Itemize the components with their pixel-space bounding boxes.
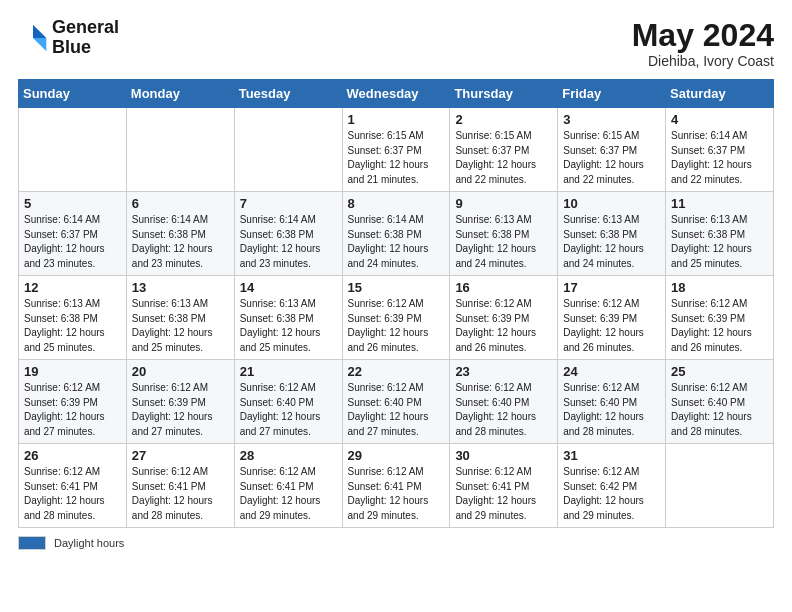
calendar-cell: 9Sunrise: 6:13 AM Sunset: 6:38 PM Daylig…	[450, 192, 558, 276]
day-info: Sunrise: 6:12 AM Sunset: 6:41 PM Dayligh…	[455, 465, 552, 523]
day-number: 27	[132, 448, 229, 463]
calendar-cell: 7Sunrise: 6:14 AM Sunset: 6:38 PM Daylig…	[234, 192, 342, 276]
calendar-week-3: 12Sunrise: 6:13 AM Sunset: 6:38 PM Dayli…	[19, 276, 774, 360]
day-number: 2	[455, 112, 552, 127]
day-info: Sunrise: 6:12 AM Sunset: 6:42 PM Dayligh…	[563, 465, 660, 523]
day-info: Sunrise: 6:12 AM Sunset: 6:39 PM Dayligh…	[563, 297, 660, 355]
day-info: Sunrise: 6:12 AM Sunset: 6:41 PM Dayligh…	[24, 465, 121, 523]
day-number: 15	[348, 280, 445, 295]
logo-line1: General	[52, 18, 119, 38]
day-number: 6	[132, 196, 229, 211]
day-number: 5	[24, 196, 121, 211]
day-number: 11	[671, 196, 768, 211]
day-info: Sunrise: 6:12 AM Sunset: 6:40 PM Dayligh…	[240, 381, 337, 439]
calendar-cell: 27Sunrise: 6:12 AM Sunset: 6:41 PM Dayli…	[126, 444, 234, 528]
day-info: Sunrise: 6:12 AM Sunset: 6:40 PM Dayligh…	[348, 381, 445, 439]
calendar-cell: 16Sunrise: 6:12 AM Sunset: 6:39 PM Dayli…	[450, 276, 558, 360]
weekday-monday: Monday	[126, 80, 234, 108]
svg-marker-0	[33, 24, 46, 37]
weekday-thursday: Thursday	[450, 80, 558, 108]
page: General Blue May 2024 Diehiba, Ivory Coa…	[0, 0, 792, 612]
day-number: 10	[563, 196, 660, 211]
calendar-cell: 4Sunrise: 6:14 AM Sunset: 6:37 PM Daylig…	[666, 108, 774, 192]
day-number: 22	[348, 364, 445, 379]
day-number: 19	[24, 364, 121, 379]
calendar-table: SundayMondayTuesdayWednesdayThursdayFrid…	[18, 79, 774, 528]
day-number: 24	[563, 364, 660, 379]
day-info: Sunrise: 6:14 AM Sunset: 6:37 PM Dayligh…	[671, 129, 768, 187]
day-info: Sunrise: 6:12 AM Sunset: 6:41 PM Dayligh…	[132, 465, 229, 523]
calendar-cell: 22Sunrise: 6:12 AM Sunset: 6:40 PM Dayli…	[342, 360, 450, 444]
calendar-cell: 23Sunrise: 6:12 AM Sunset: 6:40 PM Dayli…	[450, 360, 558, 444]
day-info: Sunrise: 6:13 AM Sunset: 6:38 PM Dayligh…	[240, 297, 337, 355]
calendar-cell: 21Sunrise: 6:12 AM Sunset: 6:40 PM Dayli…	[234, 360, 342, 444]
calendar-cell	[666, 444, 774, 528]
day-number: 25	[671, 364, 768, 379]
day-info: Sunrise: 6:12 AM Sunset: 6:39 PM Dayligh…	[348, 297, 445, 355]
logo: General Blue	[18, 18, 119, 58]
calendar-cell: 19Sunrise: 6:12 AM Sunset: 6:39 PM Dayli…	[19, 360, 127, 444]
day-number: 21	[240, 364, 337, 379]
day-number: 31	[563, 448, 660, 463]
day-info: Sunrise: 6:13 AM Sunset: 6:38 PM Dayligh…	[563, 213, 660, 271]
calendar-cell: 20Sunrise: 6:12 AM Sunset: 6:39 PM Dayli…	[126, 360, 234, 444]
day-number: 3	[563, 112, 660, 127]
logo-text: General Blue	[52, 18, 119, 58]
day-number: 8	[348, 196, 445, 211]
calendar-cell: 8Sunrise: 6:14 AM Sunset: 6:38 PM Daylig…	[342, 192, 450, 276]
weekday-header-row: SundayMondayTuesdayWednesdayThursdayFrid…	[19, 80, 774, 108]
title-block: May 2024 Diehiba, Ivory Coast	[632, 18, 774, 69]
calendar-cell: 26Sunrise: 6:12 AM Sunset: 6:41 PM Dayli…	[19, 444, 127, 528]
day-info: Sunrise: 6:15 AM Sunset: 6:37 PM Dayligh…	[348, 129, 445, 187]
calendar-cell: 10Sunrise: 6:13 AM Sunset: 6:38 PM Dayli…	[558, 192, 666, 276]
day-info: Sunrise: 6:14 AM Sunset: 6:38 PM Dayligh…	[348, 213, 445, 271]
day-info: Sunrise: 6:12 AM Sunset: 6:39 PM Dayligh…	[455, 297, 552, 355]
calendar-cell: 31Sunrise: 6:12 AM Sunset: 6:42 PM Dayli…	[558, 444, 666, 528]
day-info: Sunrise: 6:13 AM Sunset: 6:38 PM Dayligh…	[455, 213, 552, 271]
day-number: 4	[671, 112, 768, 127]
calendar-cell: 5Sunrise: 6:14 AM Sunset: 6:37 PM Daylig…	[19, 192, 127, 276]
day-number: 18	[671, 280, 768, 295]
weekday-tuesday: Tuesday	[234, 80, 342, 108]
day-info: Sunrise: 6:13 AM Sunset: 6:38 PM Dayligh…	[132, 297, 229, 355]
logo-line2: Blue	[52, 38, 119, 58]
weekday-sunday: Sunday	[19, 80, 127, 108]
calendar-cell: 28Sunrise: 6:12 AM Sunset: 6:41 PM Dayli…	[234, 444, 342, 528]
day-info: Sunrise: 6:12 AM Sunset: 6:41 PM Dayligh…	[348, 465, 445, 523]
month-year: May 2024	[632, 18, 774, 53]
calendar-cell	[19, 108, 127, 192]
calendar-cell: 17Sunrise: 6:12 AM Sunset: 6:39 PM Dayli…	[558, 276, 666, 360]
calendar-cell	[126, 108, 234, 192]
location: Diehiba, Ivory Coast	[632, 53, 774, 69]
calendar-cell: 6Sunrise: 6:14 AM Sunset: 6:38 PM Daylig…	[126, 192, 234, 276]
day-info: Sunrise: 6:15 AM Sunset: 6:37 PM Dayligh…	[455, 129, 552, 187]
day-number: 29	[348, 448, 445, 463]
day-info: Sunrise: 6:13 AM Sunset: 6:38 PM Dayligh…	[671, 213, 768, 271]
calendar-cell: 1Sunrise: 6:15 AM Sunset: 6:37 PM Daylig…	[342, 108, 450, 192]
calendar-cell: 15Sunrise: 6:12 AM Sunset: 6:39 PM Dayli…	[342, 276, 450, 360]
calendar-cell: 24Sunrise: 6:12 AM Sunset: 6:40 PM Dayli…	[558, 360, 666, 444]
day-number: 23	[455, 364, 552, 379]
calendar-cell: 2Sunrise: 6:15 AM Sunset: 6:37 PM Daylig…	[450, 108, 558, 192]
day-number: 16	[455, 280, 552, 295]
calendar-cell: 29Sunrise: 6:12 AM Sunset: 6:41 PM Dayli…	[342, 444, 450, 528]
weekday-friday: Friday	[558, 80, 666, 108]
footer: Daylight hours	[18, 536, 774, 550]
day-info: Sunrise: 6:13 AM Sunset: 6:38 PM Dayligh…	[24, 297, 121, 355]
calendar-week-2: 5Sunrise: 6:14 AM Sunset: 6:37 PM Daylig…	[19, 192, 774, 276]
day-info: Sunrise: 6:12 AM Sunset: 6:40 PM Dayligh…	[455, 381, 552, 439]
calendar-cell: 3Sunrise: 6:15 AM Sunset: 6:37 PM Daylig…	[558, 108, 666, 192]
daylight-label: Daylight hours	[54, 537, 124, 549]
day-number: 9	[455, 196, 552, 211]
weekday-saturday: Saturday	[666, 80, 774, 108]
calendar-cell: 18Sunrise: 6:12 AM Sunset: 6:39 PM Dayli…	[666, 276, 774, 360]
calendar-cell: 11Sunrise: 6:13 AM Sunset: 6:38 PM Dayli…	[666, 192, 774, 276]
day-number: 26	[24, 448, 121, 463]
calendar-week-1: 1Sunrise: 6:15 AM Sunset: 6:37 PM Daylig…	[19, 108, 774, 192]
day-number: 7	[240, 196, 337, 211]
day-number: 28	[240, 448, 337, 463]
calendar-cell	[234, 108, 342, 192]
calendar-week-5: 26Sunrise: 6:12 AM Sunset: 6:41 PM Dayli…	[19, 444, 774, 528]
day-number: 20	[132, 364, 229, 379]
day-info: Sunrise: 6:12 AM Sunset: 6:39 PM Dayligh…	[24, 381, 121, 439]
